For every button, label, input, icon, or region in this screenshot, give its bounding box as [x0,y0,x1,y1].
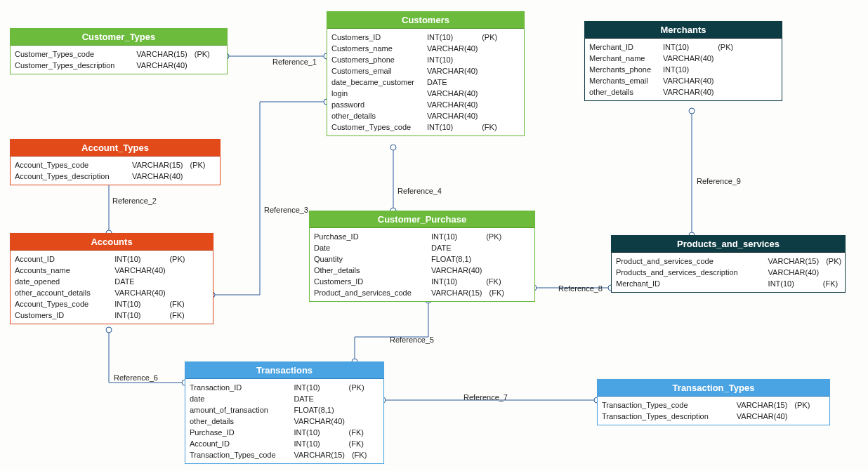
entity-title: Products_and_services [612,236,845,253]
column-row: date_became_customerDATE [331,77,520,88]
column-type: DATE [294,393,341,404]
column-row: Customer_Types_descriptionVARCHAR(40) [15,60,223,71]
column-row: Merchants_phoneINT(10) [589,64,777,75]
column-row: date_openedDATE [15,276,209,287]
ref-label-6: Reference_6 [114,373,158,382]
column-type: INT(10) [294,427,341,438]
column-row: dateDATE [190,393,379,404]
column-row: Product_and_services_codeVARCHAR(15)(PK) [616,256,841,267]
column-name: amount_of_transaction [190,404,285,416]
column-name: Transaction_Types_code [602,399,728,411]
column-type: VARCHAR(15) [737,399,788,411]
column-type: FLOAT(8,1) [431,253,479,265]
column-row: Customer_Types_codeVARCHAR(15)(PK) [15,48,223,60]
entity-customers: Customers Customers_IDINT(10)(PK)Custome… [327,11,525,136]
column-row: DateDATE [314,242,530,253]
entity-products-and-services: Products_and_services Product_and_servic… [611,235,846,293]
column-key: (FK) [169,298,184,310]
column-type: VARCHAR(40) [132,171,183,182]
column-row: Merchant_IDINT(10)(PK) [589,41,777,53]
column-name: Customers_ID [331,32,419,43]
column-type: DATE [431,242,479,253]
column-name: date_opened [15,276,106,287]
column-row: Customer_Types_codeINT(10)(FK) [331,121,520,133]
column-key: (FK) [169,310,184,321]
column-key: (FK) [352,449,367,460]
column-name: other_details [190,416,285,427]
ref-label-4: Reference_4 [397,187,442,195]
column-type: VARCHAR(15) [431,287,482,298]
column-row: other_account_detailsVARCHAR(40) [15,287,209,298]
column-key: (FK) [486,276,501,287]
entity-body: Customers_IDINT(10)(PK)Customers_nameVAR… [327,29,524,135]
column-name: Account_Types_description [15,171,124,182]
entity-body: Customer_Types_codeVARCHAR(15)(PK)Custom… [11,46,227,74]
column-type: INT(10) [114,310,162,321]
column-type: VARCHAR(40) [294,416,345,427]
column-name: Merchants_email [589,75,655,86]
svg-point-6 [390,145,396,150]
column-type: INT(10) [294,438,341,449]
entity-title: Accounts [11,234,213,251]
column-name: Transaction_ID [190,382,285,393]
column-name: Transaction_Types_description [602,411,728,422]
column-type: INT(10) [114,253,162,265]
entity-body: Purchase_IDINT(10)(PK)DateDATEQuantityFL… [310,228,534,301]
column-name: date [190,393,285,404]
column-type: INT(10) [431,231,479,242]
column-type: INT(10) [114,298,162,310]
ref-label-5: Reference_5 [390,336,434,344]
column-name: Account_ID [190,438,285,449]
column-row: Merchants_emailVARCHAR(40) [589,75,777,86]
ref-label-9: Reference_9 [697,177,741,185]
column-name: Merchants_phone [589,64,655,75]
column-type: VARCHAR(15) [136,48,188,60]
column-type: DATE [427,77,475,88]
column-name: Merchant_name [589,53,655,64]
column-key: (PK) [195,48,210,60]
column-row: Account_Types_codeVARCHAR(15)(PK) [15,159,216,171]
column-type: VARCHAR(40) [427,99,478,110]
column-type: INT(10) [294,382,341,393]
column-name: other_details [331,110,419,121]
column-row: other_detailsVARCHAR(40) [589,86,777,98]
ref-label-1: Reference_1 [272,58,317,66]
entity-title: Customer_Types [11,29,227,46]
column-row: Purchase_IDINT(10)(FK) [190,427,379,438]
er-diagram-canvas: Reference_1 Reference_2 Reference_3 Refe… [0,0,868,471]
column-key: (PK) [190,159,206,171]
column-name: other_details [589,86,655,98]
column-key: (FK) [349,438,364,449]
column-key: (FK) [823,278,838,289]
column-name: other_account_details [15,287,106,298]
column-type: VARCHAR(40) [114,287,166,298]
column-name: Merchant_ID [589,41,655,53]
column-type: VARCHAR(40) [427,43,478,54]
column-row: passwordVARCHAR(40) [331,99,520,110]
entity-body: Account_IDINT(10)(PK)Accounts_nameVARCHA… [11,251,213,324]
column-name: Account_ID [15,253,106,265]
column-row: Customers_IDINT(10)(PK) [331,32,520,43]
entity-transactions: Transactions Transaction_IDINT(10)(PK)da… [185,361,384,464]
entity-customer-types: Customer_Types Customer_Types_codeVARCHA… [10,28,228,74]
column-name: date_became_customer [331,77,419,88]
column-key: (PK) [482,32,497,43]
column-row: loginVARCHAR(40) [331,88,520,99]
entity-body: Merchant_IDINT(10)(PK)Merchant_nameVARCH… [585,39,782,100]
column-row: Accounts_nameVARCHAR(40) [15,265,209,276]
column-type: VARCHAR(40) [663,86,714,98]
column-row: Merchant_nameVARCHAR(40) [589,53,777,64]
column-row: Customers_nameVARCHAR(40) [331,43,520,54]
column-name: Customer_Types_code [15,48,128,60]
column-name: Purchase_ID [190,427,285,438]
entity-customer-purchase: Customer_Purchase Purchase_IDINT(10)(PK)… [309,211,535,302]
ref-label-2: Reference_2 [112,197,157,205]
column-type: INT(10) [663,64,711,75]
column-key: (PK) [486,231,501,242]
column-name: Customer_Types_description [15,60,128,71]
column-type: DATE [114,276,162,287]
column-type: INT(10) [427,32,475,43]
column-type: VARCHAR(15) [294,449,345,460]
column-row: Product_and_services_codeVARCHAR(15)(FK) [314,287,530,298]
entity-accounts: Accounts Account_IDINT(10)(PK)Accounts_n… [10,233,213,324]
